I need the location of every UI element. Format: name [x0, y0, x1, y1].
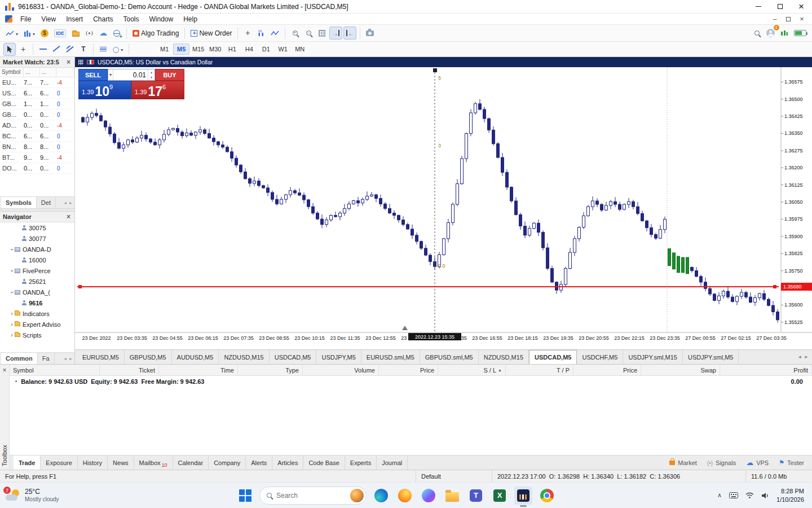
algo-trading-button[interactable]: Algo Trading	[130, 27, 181, 40]
toolbox-link-signals[interactable]: Signals	[707, 459, 736, 466]
market-watch-column-header[interactable]: ...	[24, 68, 40, 77]
chart-close-icon[interactable]	[796, 15, 807, 23]
scroll-right-icon[interactable]	[69, 357, 73, 361]
zoom-out-button[interactable]	[302, 27, 315, 40]
chart-tab-gbpusd-sml-m5[interactable]: GBPUSD.sml,M5	[420, 350, 479, 364]
trendline-button[interactable]	[50, 43, 63, 56]
shapes-button[interactable]	[111, 43, 125, 56]
chart-minimize-icon[interactable]	[769, 15, 780, 23]
toolbox-tab-company[interactable]: Company	[209, 456, 246, 470]
volume-stepper[interactable]	[148, 69, 155, 80]
cursor-button[interactable]	[3, 43, 16, 56]
navigator-item-30077[interactable]: 30077	[0, 233, 74, 244]
taskbar-app-chrome[interactable]	[538, 487, 556, 505]
menu-charts[interactable]: Charts	[88, 14, 118, 24]
ide-button[interactable]: IDE	[52, 27, 68, 40]
tray-chevron-icon[interactable]: ∧	[717, 492, 722, 499]
chart-tab-gbpusd-m5[interactable]: GBPUSD,M5	[125, 350, 172, 364]
timeframe-m15[interactable]: M15	[190, 43, 206, 55]
market-watch-row-us[interactable]: US...6...6...0	[0, 88, 74, 99]
text-tool-button[interactable]	[77, 43, 90, 56]
zigzag-button[interactable]	[268, 27, 281, 40]
navigator-item-oanda-d[interactable]: ›OANDA-D	[0, 244, 74, 255]
taskbar-app-explorer[interactable]	[443, 487, 461, 505]
taskbar-app-teams[interactable]	[467, 487, 485, 505]
notifications-button[interactable]: 1	[764, 27, 777, 40]
navigator-item-scripts[interactable]: ›Scripts	[0, 330, 74, 340]
market-watch-row-bn[interactable]: BN...8...8...0	[0, 142, 74, 152]
toolbox-link-tester[interactable]: Tester	[779, 459, 804, 466]
sell-button[interactable]: SELL	[78, 69, 108, 81]
connection-status-button[interactable]	[792, 27, 809, 40]
search-button[interactable]	[751, 27, 763, 40]
toolbox-tab-code-base[interactable]: Code Base	[303, 456, 345, 470]
toolbox-tab-articles[interactable]: Articles	[272, 456, 303, 470]
navigator-item-16000[interactable]: 16000	[0, 255, 74, 265]
column-header-symbol[interactable]: Symbol	[10, 365, 100, 375]
chart-tab-eurusd-sml-m5[interactable]: EURUSD.sml,M5	[361, 350, 420, 364]
toolbox-tab-calendar[interactable]: Calendar	[173, 456, 209, 470]
close-icon[interactable]	[65, 59, 72, 65]
taskbar-app-edge[interactable]	[372, 487, 390, 505]
scroll-left-icon[interactable]	[63, 201, 67, 205]
column-header-price[interactable]: Price	[379, 365, 438, 375]
buy-price[interactable]: 1.39 17 6	[131, 81, 184, 99]
chart-tab-usdcad-m5[interactable]: USDCAD,M5	[529, 350, 577, 364]
sell-price[interactable]: 1.39 10 9	[78, 81, 131, 99]
chart-tab-nzdusd-m15[interactable]: NZDUSD,M15	[479, 350, 529, 364]
column-header-s-l[interactable]: S / L▲	[438, 365, 506, 375]
toolbox-tab-history[interactable]: History	[78, 456, 108, 470]
weather-widget[interactable]: 7 25°C Mostly cloudy	[0, 488, 59, 502]
horizontal-line-button[interactable]	[37, 43, 49, 56]
chart-tab-usdchf-m5[interactable]: USDCHF,M5	[577, 350, 623, 364]
toolbox-link-vps[interactable]: VPS	[746, 458, 769, 467]
market-watch-row-do[interactable]: DO...0...0...0	[0, 163, 74, 174]
close-icon[interactable]	[65, 213, 72, 220]
crosshair-tool-button[interactable]	[17, 43, 29, 56]
toolbox-tab-experts[interactable]: Experts	[345, 456, 377, 470]
market-watch-tab-det[interactable]: Det	[37, 197, 56, 208]
auto-scroll-button[interactable]	[329, 27, 342, 40]
toolbox-tab-alerts[interactable]: Alerts	[246, 456, 272, 470]
column-header-profit[interactable]: Profit	[720, 365, 812, 375]
search-highlight-image[interactable]	[350, 489, 364, 502]
close-icon[interactable]	[0, 365, 9, 376]
market-watch-row-ad[interactable]: AD...0...0...-4	[0, 120, 74, 131]
volume-dropdown-icon[interactable]	[108, 69, 113, 80]
touch-keyboard-icon[interactable]	[729, 492, 738, 498]
volume-icon[interactable]	[761, 492, 769, 499]
chart-tab-usdjpy-sml-m15[interactable]: USDJPY.sml,M15	[623, 350, 683, 364]
scroll-right-icon[interactable]	[69, 201, 73, 205]
chart-shift-button[interactable]	[343, 27, 356, 40]
minimize-button[interactable]	[748, 0, 769, 13]
taskbar-app-metatrader[interactable]	[514, 487, 532, 505]
timeframe-m30[interactable]: M30	[207, 43, 223, 55]
chart-tab-nzdusd-m15[interactable]: NZDUSD,M15	[219, 350, 269, 364]
navigator-item-9616[interactable]: 9616	[0, 297, 74, 308]
market-watch-column-header[interactable]: ...	[40, 68, 56, 77]
market-button[interactable]	[69, 27, 82, 40]
navigator-item-fiveperce[interactable]: ›FivePerce	[0, 265, 74, 276]
expand-icon[interactable]: ›	[9, 322, 15, 327]
toolbox-link-market[interactable]: Market	[669, 459, 697, 466]
menu-help[interactable]: Help	[178, 14, 202, 24]
menu-window[interactable]: Window	[144, 14, 179, 24]
bar-mode-button[interactable]	[21, 27, 37, 40]
navigator-item-indicators[interactable]: ›Indicators	[0, 308, 74, 319]
chart-tab-usdjpy-m5[interactable]: USDJPY,M5	[316, 350, 361, 364]
screenshot-button[interactable]	[364, 27, 376, 40]
toolbox-tab-news[interactable]: News	[108, 456, 134, 470]
volume-input[interactable]	[113, 69, 148, 80]
market-watch-row-bt[interactable]: BT...9...9...-4	[0, 152, 74, 163]
chart-tab-eurusd-m5[interactable]: EURUSD,M5	[77, 350, 125, 364]
timeframe-w1[interactable]: W1	[275, 43, 291, 55]
fibonacci-button[interactable]	[97, 43, 109, 56]
timeframe-m5[interactable]: M5	[173, 43, 189, 55]
status-profile[interactable]: Default	[416, 470, 492, 482]
taskbar-search[interactable]	[259, 487, 367, 505]
market-watch-column-header[interactable]	[56, 68, 74, 77]
column-header-type[interactable]: Type	[238, 365, 303, 375]
new-order-button[interactable]: New Order	[188, 27, 234, 40]
navigator-item-30075[interactable]: 30075	[0, 222, 74, 233]
navigator-item-oanda[interactable]: ›OANDA_(	[0, 287, 74, 297]
